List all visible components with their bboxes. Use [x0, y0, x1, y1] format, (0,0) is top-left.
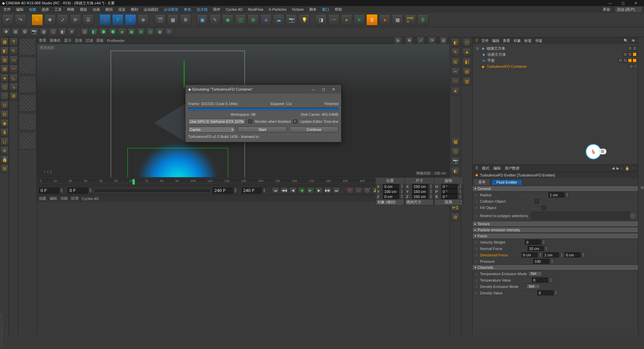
- tree-row[interactable]: ▭ 平面: [474, 57, 637, 63]
- mm-tab[interactable]: 创建: [39, 196, 46, 201]
- right-tool[interactable]: 〰: [451, 77, 460, 86]
- right-tool[interactable]: ✂: [451, 67, 460, 76]
- left-tool[interactable]: ⊟: [0, 110, 9, 118]
- right-tool[interactable]: ◧: [463, 58, 471, 66]
- toolbar-icon[interactable]: ◉: [156, 28, 164, 36]
- directional-force-y[interactable]: [543, 252, 559, 257]
- section-general[interactable]: ▾General: [473, 186, 638, 192]
- spinner[interactable]: [430, 194, 432, 199]
- tree-row[interactable]: ◈ 动画立方体: [474, 51, 637, 57]
- cursor-tool[interactable]: ↖: [9, 47, 18, 55]
- am-menu[interactable]: 编辑: [493, 166, 501, 171]
- menu-item[interactable]: 编辑: [14, 6, 25, 13]
- range-end-field[interactable]: [213, 188, 233, 194]
- spinner[interactable]: [459, 194, 462, 199]
- record-button[interactable]: ⊘: [346, 187, 354, 194]
- plugin-psr-icon[interactable]: PSR0: [405, 14, 416, 26]
- material-slot[interactable]: [19, 76, 36, 93]
- tree-label[interactable]: 动画立方体: [487, 52, 620, 57]
- material-slot[interactable]: [19, 57, 36, 74]
- env-tool[interactable]: ☁: [273, 14, 284, 26]
- prev-key-button[interactable]: ◀◀: [280, 187, 288, 194]
- spinner[interactable]: [400, 189, 403, 194]
- pressure-field[interactable]: [533, 259, 549, 264]
- play-forward-button[interactable]: ▶: [307, 187, 314, 194]
- size-z[interactable]: [412, 194, 428, 199]
- render-view[interactable]: 🎬: [154, 14, 166, 26]
- size-x[interactable]: [412, 184, 428, 189]
- vp-menu[interactable]: 面板: [96, 38, 104, 43]
- goto-start-button[interactable]: ⏮: [272, 187, 279, 194]
- menu-item[interactable]: 窗口: [320, 6, 331, 13]
- section-channels[interactable]: ▾Channels: [473, 264, 638, 270]
- select-tool[interactable]: ↖: [32, 14, 43, 26]
- density-mode-dropdown[interactable]: Set: [526, 284, 540, 289]
- tree-label[interactable]: TurbulenceFD Container: [487, 64, 626, 68]
- right-tool[interactable]: ▥: [463, 77, 471, 86]
- primitive-cube[interactable]: ▣: [197, 14, 208, 26]
- menu-item[interactable]: 雕刻: [129, 6, 140, 13]
- pos-z[interactable]: [383, 194, 399, 199]
- maximize-button[interactable]: ◻: [616, 0, 629, 6]
- next-key-button[interactable]: ▶▶: [324, 187, 331, 194]
- restrict-field[interactable]: [531, 212, 629, 220]
- nav-fwd-icon[interactable]: ▶: [616, 166, 619, 170]
- plugin-s-icon[interactable]: S: [366, 14, 378, 26]
- plugin-icon[interactable]: ●: [379, 14, 390, 26]
- range-start-field[interactable]: [39, 188, 59, 194]
- pos-mode[interactable]: 对象 (相对): [376, 199, 405, 205]
- tag[interactable]: [628, 46, 632, 50]
- plugin-icon[interactable]: ◨: [315, 14, 327, 26]
- right-tool[interactable]: ▤: [463, 67, 471, 76]
- undo-button[interactable]: ↶: [2, 14, 13, 26]
- tag[interactable]: [628, 58, 632, 62]
- expand-toggle[interactable]: ⊟: [475, 46, 479, 51]
- vp-menu[interactable]: ProRender: [107, 39, 125, 43]
- render-region[interactable]: ▦: [167, 14, 178, 26]
- plugin-b-icon[interactable]: B: [417, 14, 429, 26]
- z-axis-lock[interactable]: Z: [125, 14, 136, 26]
- left-tool[interactable]: ⬚: [0, 92, 9, 100]
- menu-item[interactable]: 角色: [182, 6, 193, 13]
- spinner[interactable]: [263, 188, 266, 193]
- am-menu[interactable]: 用户数据: [505, 166, 520, 171]
- spinner[interactable]: [582, 252, 585, 257]
- toolbar-icon[interactable]: ⊞: [137, 28, 145, 36]
- range-right-field[interactable]: [241, 188, 262, 194]
- dialog-close[interactable]: ✕: [328, 86, 338, 93]
- camera-tool[interactable]: 📷: [286, 14, 297, 26]
- size-mode[interactable]: 绝对尺寸: [405, 199, 434, 205]
- right-tool[interactable]: ◧: [451, 38, 460, 47]
- spinner[interactable]: [459, 184, 462, 189]
- left-tool[interactable]: ⊞: [0, 164, 9, 173]
- toolbar-icon[interactable]: ≡: [68, 28, 76, 36]
- toolbar-icon[interactable]: ◍: [40, 28, 48, 36]
- object-tree[interactable]: ⊟ ◈ 碰撞立方体 ◈ 动画立方体 ▭ 平面 ◆: [473, 44, 638, 164]
- playhead[interactable]: [132, 179, 135, 185]
- toolbar-icon[interactable]: 📷: [30, 28, 38, 36]
- menu-item[interactable]: 模拟: [103, 6, 115, 13]
- move-tool[interactable]: ✥: [44, 14, 56, 26]
- material-slot[interactable]: [19, 38, 36, 55]
- tag[interactable]: [623, 52, 627, 56]
- toolbar-icon[interactable]: ▣: [127, 28, 136, 36]
- tag[interactable]: [633, 58, 637, 62]
- radius-field[interactable]: [548, 192, 565, 197]
- vp-menu[interactable]: 查看: [39, 38, 46, 43]
- settings-icon[interactable]: ⚙: [451, 213, 460, 221]
- toolbar-icon[interactable]: ⬣: [109, 28, 117, 36]
- misc-tool[interactable]: ⌘: [9, 92, 18, 100]
- dialog-maximize[interactable]: ◻: [318, 86, 328, 93]
- eye-icon[interactable]: 👁: [632, 39, 635, 43]
- right-tool[interactable]: ◐: [451, 167, 460, 175]
- vp-nav-icon[interactable]: ✥: [405, 37, 413, 45]
- y-axis-gizmo[interactable]: [184, 61, 184, 88]
- dialog-titlebar[interactable]: ◆ Simulating "TurbulenceFD Container" — …: [185, 85, 341, 94]
- spinner[interactable]: [542, 240, 545, 245]
- tag[interactable]: [633, 46, 637, 50]
- toolbar-icon[interactable]: ⚙: [21, 28, 29, 36]
- mm-tab[interactable]: 纹理: [71, 196, 78, 201]
- next-frame-button[interactable]: ▶: [315, 187, 323, 194]
- rot-p[interactable]: [441, 189, 458, 194]
- menu-item[interactable]: 创建: [27, 6, 38, 13]
